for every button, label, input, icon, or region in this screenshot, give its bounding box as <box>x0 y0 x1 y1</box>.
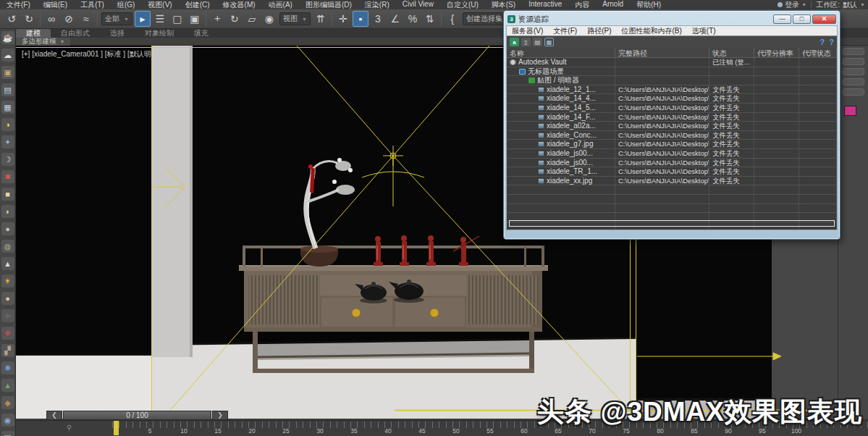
terrain-icon[interactable]: ▞ <box>1 344 14 357</box>
menu-item[interactable]: 内容 <box>568 0 596 10</box>
dialog-menu-item[interactable]: 服务器(V) <box>507 26 548 36</box>
menu-item[interactable]: 修改器(M) <box>216 0 262 10</box>
menu-item[interactable]: 编辑(E) <box>37 0 74 10</box>
asset-row[interactable]: xiadele_14_4...C:\Users\BANJIAJIA\Deskto… <box>507 94 837 104</box>
dialog-titlebar[interactable]: 3 资源追踪 — □ ✕ <box>506 13 838 25</box>
context-help-icon[interactable]: ? <box>829 38 834 46</box>
maximize-button[interactable]: □ <box>793 14 811 24</box>
color-swatch[interactable] <box>844 106 856 116</box>
asset-row[interactable]: xiadele_xx.jpgC:\Users\BANJIAJIA\Desktop… <box>507 177 837 186</box>
leaf-icon[interactable]: ▲ <box>1 379 14 392</box>
selected-row-outline[interactable] <box>509 220 835 227</box>
select-and-link-button[interactable]: ∞ <box>43 11 59 27</box>
percent-snap-button[interactable]: % <box>405 11 421 27</box>
sphere-wire-icon[interactable]: ● <box>1 222 14 235</box>
menu-item[interactable]: 帮助(H) <box>630 0 667 10</box>
flower-blue-icon[interactable]: ✱ <box>1 361 14 374</box>
angle-snap-button[interactable]: ∠ <box>387 11 403 27</box>
cone-icon[interactable]: ▲ <box>1 257 14 270</box>
column-header[interactable]: 完整路径 <box>615 48 709 57</box>
menu-item[interactable]: Civil View <box>396 0 440 10</box>
image-icon[interactable]: ▣ <box>1 66 14 79</box>
asset-row[interactable]: xiadele_14_5...C:\Users\BANJIAJIA\Deskto… <box>507 104 837 113</box>
polygon-modeling-panel[interactable]: 多边形建模 ▼ <box>16 38 70 46</box>
column-header[interactable]: 状态 <box>709 48 754 57</box>
time-slider-thumb[interactable]: 0 / 100 <box>63 411 211 420</box>
menu-item[interactable]: 自定义(U) <box>440 0 485 10</box>
asset-row[interactable]: xiadele_a02a...C:\Users\BANJIAJIA\Deskto… <box>507 122 837 131</box>
bird-icon[interactable]: ◆ <box>1 396 14 409</box>
reference-coordinate-dropdown[interactable]: 视图▼ <box>279 12 311 25</box>
previous-frame-button[interactable]: ❮ <box>46 411 62 420</box>
asset-row[interactable]: Autodesk Vault已注销 (登... <box>507 58 837 67</box>
select-object-button[interactable]: ▸ <box>135 11 151 27</box>
select-and-place-button[interactable]: ✛ <box>335 11 351 27</box>
rollout-button[interactable] <box>843 68 864 75</box>
rollout-button[interactable] <box>843 58 864 65</box>
column-header[interactable]: 名称 <box>507 48 615 57</box>
rectangular-selection-button[interactable]: ▢ <box>169 11 185 27</box>
dialog-menu-item[interactable]: 路径(P) <box>582 26 616 36</box>
projector-icon[interactable]: ✦ <box>1 135 14 148</box>
bind-to-spacewarp-button[interactable]: ≈ <box>78 11 94 27</box>
menu-item[interactable]: Arnold <box>596 0 630 10</box>
sun-icon[interactable]: ☀ <box>1 274 14 288</box>
cloud-icon[interactable]: ☁ <box>1 49 14 62</box>
sphere-tan-icon[interactable]: ● <box>1 292 14 305</box>
dialog-menu-item[interactable]: 选项(T) <box>687 26 721 36</box>
menu-item[interactable]: 脚本(S) <box>485 0 522 10</box>
asset-row[interactable] <box>507 195 837 204</box>
asset-row[interactable] <box>507 204 837 214</box>
dialog-menu-item[interactable]: 位图性能和内存(B) <box>616 26 686 36</box>
select-by-name-button[interactable]: ☰ <box>152 11 168 27</box>
menu-item[interactable]: 动画(A) <box>262 0 299 10</box>
selection-filter-dropdown[interactable]: 全部▼ <box>101 12 132 25</box>
asset-row[interactable]: xiadele_TR_1...C:\Users\BANJIAJIA\Deskto… <box>507 167 837 177</box>
flowers-red-icon[interactable]: ✱ <box>1 170 14 183</box>
asset-row[interactable]: xiadele_js00...C:\Users\BANJIAJIA\Deskto… <box>507 159 837 168</box>
rain-icon[interactable]: ⁘ <box>1 309 14 322</box>
select-and-manipulate-button[interactable]: ◉ <box>261 11 277 27</box>
asset-row[interactable]: xiadele_12_1...C:\Users\BANJIAJIA\Deskto… <box>507 85 837 95</box>
asset-row[interactable]: xiadele_js00...C:\Users\BANJIAJIA\Deskto… <box>507 149 837 159</box>
key-filter-icon[interactable]: ⚲ <box>67 424 72 432</box>
edit-named-selection-button[interactable]: { <box>444 11 460 27</box>
column-view-icon[interactable]: ▯ <box>521 38 531 46</box>
minimize-button[interactable]: — <box>773 14 791 24</box>
current-frame-marker[interactable] <box>114 421 119 435</box>
snap-toggle-3d-button[interactable]: 3 <box>370 11 386 27</box>
table-icon[interactable]: ▦ <box>1 101 14 114</box>
menu-item[interactable]: 工具(T) <box>74 0 111 10</box>
menu-item[interactable]: 视图(V) <box>141 0 178 10</box>
asset-row[interactable]: xiadele_g7.jpgC:\Users\BANJIAJIA\Desktop… <box>507 140 837 149</box>
login-button[interactable]: 登录 ▼ <box>778 0 806 10</box>
menu-item[interactable]: 文件(F) <box>0 0 37 10</box>
undo-button[interactable]: ↺ <box>4 11 20 27</box>
asset-row[interactable] <box>507 185 837 195</box>
viewport-label[interactable]: [+] [xiadele_Camera001 ] [标准 ] [默认明暗处理 ] <box>22 49 177 59</box>
moon-icon[interactable]: ☽ <box>1 153 14 166</box>
menu-item[interactable]: Interactive <box>522 0 568 10</box>
details-view-icon[interactable]: ▤ <box>533 38 542 46</box>
ribbon-tab[interactable]: 自由形式 <box>51 29 100 38</box>
disc-icon[interactable]: ◍ <box>1 240 14 253</box>
use-pivot-center-button[interactable]: ⇈ <box>313 11 329 27</box>
ribbon-tab[interactable]: 填充 <box>184 29 219 38</box>
spheres-red-blue-icon[interactable]: ❖ <box>1 327 14 340</box>
redo-button[interactable]: ↻ <box>21 11 37 27</box>
list-icon[interactable]: ▤ <box>1 83 14 96</box>
ribbon-tab[interactable]: 对象绘制 <box>135 29 184 38</box>
menu-item[interactable]: 图形编辑器(D) <box>299 0 358 10</box>
asset-row[interactable]: 无标题场景 <box>507 67 837 77</box>
asset-row[interactable]: xiadele_Conc...C:\Users\BANJIAJIA\Deskto… <box>507 131 837 141</box>
dialog-menu-item[interactable]: 文件(F) <box>548 26 582 36</box>
table-view-icon[interactable]: ▦ <box>544 38 554 46</box>
box-icon[interactable]: ■ <box>1 188 14 201</box>
light-icon[interactable]: ◑ <box>1 118 14 131</box>
column-header[interactable]: 代理分辨率 <box>754 48 799 57</box>
rollout-button[interactable] <box>843 48 864 55</box>
workspace-dropdown[interactable]: 工作区: 默认 ▼ <box>816 0 865 10</box>
crossing-selection-button[interactable]: ▣ <box>187 11 203 27</box>
asset-row[interactable]: 贴图 / 明暗器 <box>507 76 837 85</box>
use-selection-center-button[interactable]: ▪ <box>353 11 368 27</box>
